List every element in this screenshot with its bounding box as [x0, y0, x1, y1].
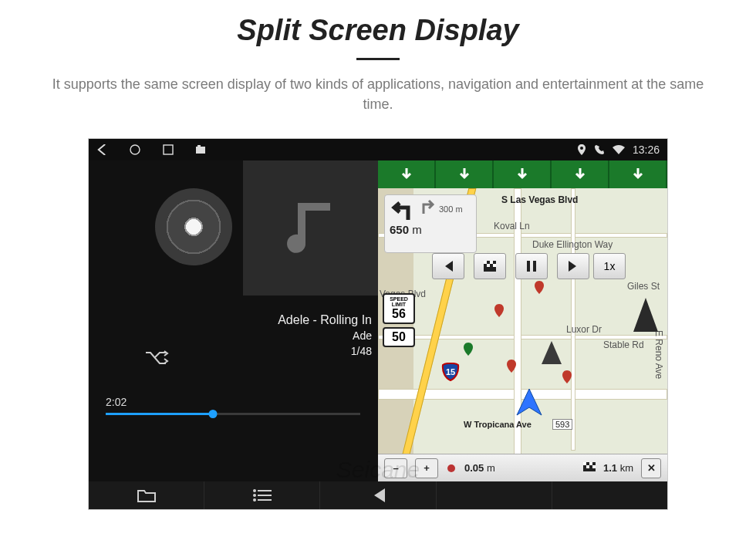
next-track-button[interactable] — [552, 481, 667, 509]
navigation-pane: S Las Vegas Blvd Koval Ln Duke Ellington… — [378, 160, 667, 481]
arrow-down-icon — [632, 167, 644, 182]
arrow-down-icon — [458, 167, 471, 182]
music-note-icon — [276, 194, 346, 263]
folder-button[interactable] — [89, 481, 204, 509]
map-pin-icon[interactable] — [506, 360, 517, 370]
svg-rect-14 — [527, 261, 530, 272]
map-pin-icon[interactable] — [494, 304, 505, 315]
road-label: Koval Ln — [494, 221, 530, 231]
road-number: 593 — [552, 419, 572, 430]
svg-point-4 — [580, 147, 583, 150]
map-pin-icon[interactable] — [562, 370, 572, 381]
svg-rect-13 — [493, 264, 496, 267]
turn-card: 300 m 650 m — [384, 194, 477, 253]
bottom-left-distance: 0.05 m — [464, 462, 495, 474]
status-clock: 13:26 — [633, 144, 660, 156]
svg-rect-18 — [583, 462, 586, 465]
road-label: E Reno Ave — [653, 330, 664, 379]
map-prev-button[interactable] — [432, 253, 464, 279]
destination-flag-icon — [583, 462, 596, 475]
close-route-button[interactable]: ✕ — [641, 458, 661, 478]
page-title: Split Screen Display — [46, 14, 710, 47]
wifi-icon — [613, 145, 625, 154]
svg-point-23 — [253, 494, 256, 497]
svg-rect-2 — [196, 147, 205, 154]
turn-left-icon — [391, 198, 416, 221]
progress-area: 2:02 — [106, 396, 360, 415]
track-index: 1/48 — [278, 344, 372, 360]
distance-small-icon — [446, 463, 457, 474]
svg-text:15: 15 — [446, 367, 455, 377]
road-label: S Las Vegas Blvd — [501, 194, 578, 205]
bottom-right-distance: 1.1 km — [603, 462, 633, 474]
arrow-down-icon — [516, 167, 528, 182]
map-speed-1x-button[interactable]: 1x — [593, 253, 626, 279]
zoom-out-button[interactable]: – — [384, 458, 407, 478]
status-bar: 13:26 — [89, 139, 667, 160]
building-icon — [632, 296, 660, 333]
building-icon — [540, 339, 563, 366]
svg-point-16 — [447, 464, 455, 472]
svg-point-0 — [130, 145, 140, 154]
track-info: Adele - Rolling In Ade 1/48 — [278, 312, 372, 360]
speed-limit-sign: SPEED LIMIT 56 — [383, 293, 415, 324]
svg-rect-20 — [586, 465, 589, 468]
svg-rect-21 — [592, 465, 596, 468]
phone-icon — [594, 144, 605, 155]
recents-icon[interactable] — [163, 144, 174, 155]
map-flag-button[interactable] — [474, 253, 506, 279]
album-art — [243, 160, 378, 296]
svg-point-24 — [253, 498, 256, 502]
road-label: Duke Ellington Way — [532, 239, 613, 250]
map-pin-icon[interactable] — [534, 281, 545, 292]
svg-rect-15 — [533, 261, 536, 272]
prev-track-button[interactable] — [320, 481, 436, 509]
lane-guidance — [378, 160, 667, 188]
arrow-down-icon — [574, 167, 586, 182]
shuffle-icon[interactable] — [144, 349, 170, 367]
svg-rect-11 — [490, 261, 493, 264]
screenshot-icon[interactable] — [195, 144, 206, 155]
player-bar — [89, 481, 667, 509]
playlist-button[interactable] — [204, 481, 320, 509]
svg-rect-3 — [197, 145, 201, 147]
svg-marker-6 — [633, 298, 658, 332]
svg-marker-7 — [542, 341, 562, 364]
svg-rect-10 — [484, 261, 487, 264]
map-pause-button[interactable] — [515, 253, 548, 279]
map-controls — [432, 253, 589, 279]
album-disc — [155, 188, 232, 265]
progress-bar[interactable] — [106, 413, 360, 415]
road-label: Luxor Dr — [566, 324, 602, 335]
road-label: Giles St — [627, 281, 660, 292]
route-shield: 50 — [383, 327, 415, 347]
page-subtitle: It supports the same screen display of t… — [46, 74, 710, 114]
arrow-down-icon — [400, 167, 413, 182]
svg-marker-8 — [517, 389, 542, 415]
map-pin-icon[interactable] — [463, 343, 474, 353]
zoom-in-button[interactable]: + — [415, 458, 438, 478]
svg-rect-19 — [589, 462, 592, 465]
svg-rect-12 — [487, 264, 490, 267]
svg-point-22 — [253, 489, 256, 492]
home-icon[interactable] — [129, 144, 141, 156]
road-label: W Tropicana Ave — [461, 420, 534, 429]
title-rule — [356, 58, 400, 60]
turn-distance: 650 — [390, 223, 409, 236]
track-title: Adele - Rolling In — [278, 312, 372, 329]
turn-distance-unit: m — [412, 223, 422, 236]
current-position-icon — [514, 387, 545, 418]
interstate-shield: 15 — [441, 363, 460, 381]
device-frame: 13:26 Adele - Rolling In Ade 1/48 2:02 — [89, 139, 667, 509]
location-icon — [577, 144, 586, 155]
play-button[interactable] — [437, 481, 552, 509]
map-bottom-bar: – + 0.05 m 1.1 km ✕ — [378, 454, 667, 481]
turn-right-small-icon — [420, 198, 436, 215]
track-artist: Ade — [278, 329, 372, 344]
music-pane: Adele - Rolling In Ade 1/48 2:02 — [89, 160, 378, 481]
next-turn-distance: 300 m — [439, 204, 463, 214]
back-icon[interactable] — [96, 144, 107, 155]
road-label: Stable Rd — [603, 339, 644, 350]
elapsed-time: 2:02 — [106, 396, 360, 408]
map-next-button[interactable] — [557, 253, 589, 279]
